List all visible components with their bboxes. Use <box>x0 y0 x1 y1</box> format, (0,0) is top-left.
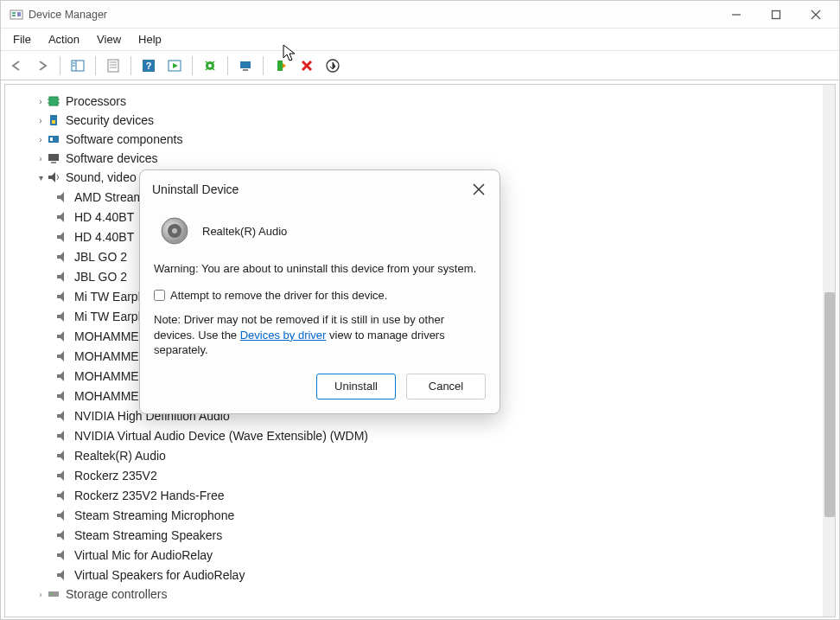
menu-action[interactable]: Action <box>40 31 88 48</box>
expand-caret-icon[interactable]: › <box>35 97 47 106</box>
speaker-icon <box>55 210 69 224</box>
svg-rect-30 <box>49 97 58 105</box>
dialog-close-button[interactable] <box>468 179 489 200</box>
speaker-icon <box>55 250 69 264</box>
add-hardware-button[interactable] <box>321 54 345 78</box>
speaker-icon <box>55 409 69 423</box>
speaker-icon <box>55 310 69 323</box>
uninstall-button[interactable]: Uninstall <box>316 374 396 399</box>
tree-device-item[interactable]: Virtual Speakers for AudioRelay <box>55 565 835 585</box>
remove-driver-checkbox-row[interactable]: Attempt to remove the driver for this de… <box>154 289 486 302</box>
storage-icon <box>47 587 60 601</box>
tree-device-label: Rockerz 235V2 Hands-Free <box>74 489 225 502</box>
tree-device-item[interactable]: Virtual Mic for AudioRelay <box>55 545 835 565</box>
expand-caret-icon[interactable]: › <box>35 116 47 125</box>
cancel-button[interactable]: Cancel <box>406 374 486 399</box>
enable-device-button[interactable] <box>269 54 293 78</box>
expand-caret-icon[interactable]: › <box>35 590 47 599</box>
dialog-title: Uninstall Device <box>152 182 239 196</box>
speaker-icon <box>55 449 69 463</box>
menu-file[interactable]: File <box>4 31 40 48</box>
devices-by-driver-link[interactable]: Devices by driver <box>240 329 327 342</box>
speaker-icon <box>55 469 69 483</box>
remove-driver-checkbox-label: Attempt to remove the driver for this de… <box>170 289 387 302</box>
svg-marker-50 <box>57 351 64 361</box>
tree-device-item[interactable]: Rockerz 235V2 <box>55 465 835 485</box>
tree-device-label: Rockerz 235V2 <box>74 469 157 483</box>
tree-category-label: Processors <box>66 94 126 108</box>
tree-category[interactable]: ›Software devices <box>35 149 835 168</box>
uninstall-device-dialog: Uninstall Device Realtek(R) Audio Warnin… <box>139 169 500 414</box>
remove-driver-checkbox[interactable] <box>154 290 165 301</box>
tree-device-label: MOHAMMED <box>74 369 148 383</box>
svg-point-68 <box>172 228 177 233</box>
tree-device-label: Realtek(R) Audio <box>74 449 166 463</box>
svg-marker-56 <box>57 470 64 481</box>
speaker-icon <box>55 429 69 443</box>
svg-marker-54 <box>57 431 64 441</box>
tree-category[interactable]: ›Software components <box>35 130 835 149</box>
tree-device-item[interactable]: Realtek(R) Audio <box>55 445 835 465</box>
tree-device-item[interactable]: Steam Streaming Microphone <box>55 505 835 525</box>
svg-marker-44 <box>57 232 64 242</box>
tree-category[interactable]: ›Storage controllers <box>35 585 835 604</box>
action-button[interactable] <box>162 54 187 78</box>
software-comp-icon <box>47 132 60 146</box>
back-button[interactable] <box>4 54 29 78</box>
scan-hardware-button[interactable] <box>233 54 258 78</box>
update-driver-button[interactable] <box>198 54 222 78</box>
speaker-icon <box>55 568 69 582</box>
tree-device-item[interactable]: Rockerz 235V2 Hands-Free <box>55 485 835 505</box>
svg-text:?: ? <box>146 61 152 71</box>
minimize-button[interactable] <box>716 1 756 29</box>
tree-category[interactable]: ›Processors <box>35 92 835 111</box>
menu-help[interactable]: Help <box>130 31 170 48</box>
help-button[interactable]: ? <box>137 54 161 78</box>
vertical-scrollbar[interactable] <box>823 85 836 617</box>
cpu-icon <box>47 94 60 108</box>
tree-device-label: Steam Streaming Speakers <box>74 528 222 542</box>
expand-caret-icon[interactable]: ▾ <box>35 173 47 182</box>
tree-device-label: NVIDIA Virtual Audio Device (Wave Extens… <box>74 429 368 443</box>
svg-marker-53 <box>57 411 64 421</box>
speaker-icon <box>55 548 69 562</box>
scrollbar-thumb[interactable] <box>824 292 835 517</box>
uninstall-device-button[interactable] <box>295 54 319 78</box>
tree-device-item[interactable]: Steam Streaming Speakers <box>55 525 835 545</box>
tree-device-label: Virtual Mic for AudioRelay <box>74 548 213 562</box>
tree-device-label: Virtual Speakers for AudioRelay <box>74 568 245 582</box>
tree-device-label: JBL GO 2 <box>74 250 127 264</box>
speaker-icon <box>55 508 69 522</box>
tree-category[interactable]: ›Security devices <box>35 111 835 130</box>
close-button[interactable] <box>796 1 836 29</box>
svg-rect-5 <box>773 10 780 18</box>
svg-rect-12 <box>108 60 118 72</box>
svg-marker-60 <box>57 550 64 560</box>
svg-rect-2 <box>12 15 16 16</box>
menu-view[interactable]: View <box>88 31 130 48</box>
expand-caret-icon[interactable]: › <box>35 154 47 163</box>
app-icon <box>10 8 23 22</box>
forward-button[interactable] <box>30 54 54 78</box>
svg-marker-45 <box>57 252 64 262</box>
svg-marker-46 <box>57 272 64 282</box>
expand-caret-icon[interactable]: › <box>35 135 47 144</box>
svg-marker-19 <box>173 63 178 68</box>
speaker-icon <box>55 290 69 304</box>
svg-rect-39 <box>48 154 59 161</box>
menubar: File Action View Help <box>1 29 839 51</box>
svg-marker-25 <box>283 63 286 68</box>
speaker-icon <box>55 489 69 502</box>
show-hide-tree-button[interactable] <box>66 54 90 78</box>
properties-button[interactable] <box>101 54 125 78</box>
tree-device-item[interactable]: NVIDIA Virtual Audio Device (Wave Extens… <box>55 425 835 445</box>
svg-rect-23 <box>243 69 248 71</box>
maximize-button[interactable] <box>756 1 796 29</box>
svg-rect-24 <box>277 61 283 71</box>
speaker-icon <box>55 528 69 542</box>
speaker-icon <box>55 230 69 244</box>
svg-point-63 <box>50 593 52 595</box>
svg-marker-51 <box>57 371 64 381</box>
speaker-icon <box>55 270 69 284</box>
tree-device-label: HD 4.40BT <box>74 210 134 224</box>
